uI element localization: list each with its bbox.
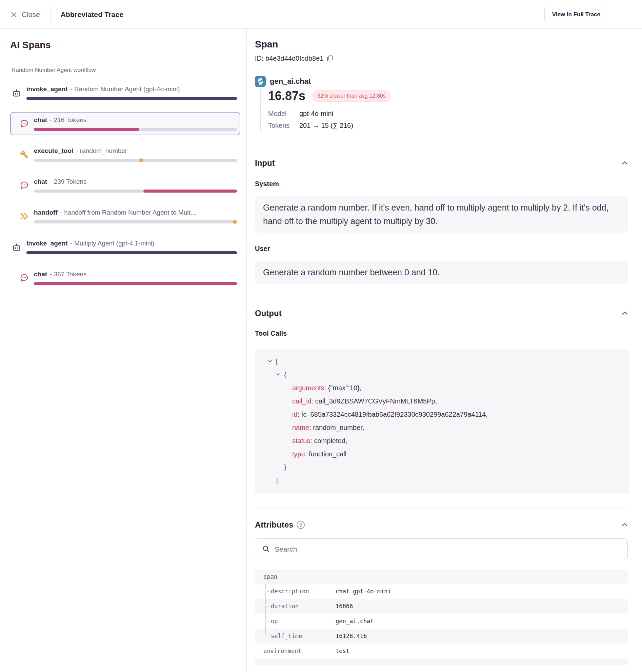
bar-segment (34, 128, 139, 131)
span-list-item[interactable]: chat- 367 Tokens (10, 266, 240, 290)
span-id-row: ID: b4e3d44d0fcdb8e1 (255, 54, 629, 62)
span-list-item[interactable]: handoff- handoff from Random Number Agen… (10, 204, 240, 228)
span-row-title: invoke_agent- Random Number Agent (gpt-4… (26, 86, 237, 93)
bar-segment (34, 282, 237, 285)
bar-dot (233, 220, 236, 224)
attribute-key: duration (271, 603, 299, 610)
attribute-row[interactable]: descriptionchat gpt-4o-mini (255, 584, 628, 599)
span-row-body: execute_tool- random_number (34, 147, 237, 162)
span-list-item[interactable]: chat- 239 Tokens (10, 174, 240, 197)
system-message-box: Generate a random number. If it's even, … (255, 196, 628, 232)
handoff-icon (19, 211, 29, 221)
bar-segment (26, 97, 237, 100)
span-duration-bar (34, 190, 237, 193)
attribute-key: environment (264, 648, 302, 654)
json-key: type (292, 450, 305, 458)
json-value: call_3d9ZBSAW7CGVyFNmMLT6M5Pp, (315, 397, 437, 405)
attribute-row-partial (255, 658, 628, 665)
span-list-item[interactable]: invoke_agent- Multiply Agent (gpt-4.1-mi… (10, 235, 240, 259)
view-in-full-trace-button[interactable]: View in Full Trace (544, 7, 608, 22)
json-line: status: completed, (276, 434, 620, 447)
span-row-title: chat- 239 Tokens (34, 178, 237, 186)
span-list-item[interactable]: invoke_agent- Random Number Agent (gpt-4… (10, 81, 240, 104)
json-bracket: ] (276, 477, 278, 484)
python-icon (255, 76, 266, 87)
attribute-row[interactable]: self_time16128.416 (255, 629, 628, 644)
span-duration-bar (26, 97, 237, 100)
attribute-row[interactable]: environmenttest (255, 644, 628, 658)
span-row-title: chat- 367 Tokens (34, 270, 237, 278)
span-list-item[interactable]: execute_tool- random_number (10, 143, 240, 166)
attributes-section-header: Attributes? (255, 520, 629, 530)
copy-icon[interactable] (326, 55, 333, 62)
json-bracket: [ (276, 358, 278, 365)
badge-avg-link[interactable]: 12.80s (370, 93, 386, 99)
attribute-row[interactable]: duration16866 (255, 599, 628, 614)
model-label: Model (268, 110, 299, 118)
attribute-key: op (271, 618, 278, 624)
help-icon[interactable]: ? (297, 521, 305, 529)
robot-icon (12, 242, 22, 252)
chevron-up-icon[interactable] (620, 159, 629, 167)
attribute-value: 16866 (336, 603, 353, 610)
chevron-up-icon[interactable] (620, 520, 629, 529)
span-list-item[interactable]: chat- 216 Tokens (10, 112, 240, 135)
robot-icon (12, 88, 22, 98)
json-line: } (276, 461, 620, 474)
section-divider (255, 146, 629, 146)
json-value: random_number, (313, 424, 364, 431)
tokens-label: Tokens (268, 122, 299, 129)
duration-row: 16.87s 32% slower than avg12.80s (268, 89, 629, 103)
span-list: invoke_agent- Random Number Agent (gpt-4… (10, 81, 240, 290)
json-colon: : (324, 384, 328, 392)
json-line: name: random_number, (276, 421, 620, 434)
span-op-label: handoff (34, 209, 57, 216)
trace-drawer: Close Abbreviated Trace View in Full Tra… (0, 0, 642, 672)
duration-value: 16.87s (268, 89, 305, 103)
model-row: Model gpt-4o-mini (268, 110, 629, 118)
span-row-body: chat- 367 Tokens (34, 270, 237, 285)
attribute-row[interactable]: opgen_ai.chat (255, 614, 628, 629)
chevron-up-icon[interactable] (620, 309, 629, 318)
json-line: arguments: {"max":10}, (276, 381, 620, 395)
json-key: id (292, 410, 298, 418)
span-detail-label: - 216 Tokens (50, 116, 87, 124)
chat-bubble-icon (19, 273, 29, 283)
json-colon: : (298, 410, 301, 418)
main-layout: AI Spans Random Number Agent workflow in… (0, 29, 642, 672)
json-value: fc_685a73324cc4819fbab6a62f92330c930299a… (301, 410, 488, 418)
close-button[interactable]: Close (10, 11, 40, 18)
output-section-header: Output (255, 308, 629, 318)
span-row-title: execute_tool- random_number (34, 147, 237, 155)
span-op-details: 16.87s 32% slower than avg12.80s Model g… (260, 88, 629, 131)
span-duration-bar (34, 220, 237, 224)
attributes-table: spandescriptionchat gpt-4o-miniduration1… (255, 570, 628, 665)
input-section-header: Input (255, 159, 629, 168)
span-op-label: invoke_agent (26, 240, 67, 247)
chat-bubble-icon (19, 180, 29, 191)
search-input[interactable] (274, 545, 621, 553)
span-row-title: chat- 216 Tokens (34, 116, 237, 124)
attribute-row[interactable]: span (255, 570, 628, 584)
attribute-key: self_time (271, 633, 302, 639)
bar-dot (139, 159, 143, 162)
span-op-label: invoke_agent (26, 86, 67, 92)
span-detail-label: - Random Number Agent (gpt-4o-mini) (70, 86, 180, 92)
chevron-down-icon[interactable] (275, 371, 281, 377)
json-key: name (292, 424, 309, 431)
workflow-label: Random Number Agent workflow (12, 67, 240, 74)
attribute-value: gen_ai.chat (336, 618, 374, 624)
span-op-label: execute_tool (34, 147, 73, 154)
json-key: status (292, 437, 310, 444)
user-message-box: Generate a random number between 0 and 1… (255, 261, 628, 284)
span-op-label: chat (34, 270, 47, 278)
json-line: id: fc_685a73324cc4819fbab6a62f92330c930… (276, 408, 620, 421)
tokens-row: Tokens 201 → 15 (∑ 216) (268, 122, 629, 129)
span-row-title: handoff- handoff from Random Number Agen… (34, 209, 237, 216)
bar-segment (26, 251, 237, 254)
chevron-down-icon[interactable] (267, 358, 273, 364)
json-colon: : (305, 450, 309, 458)
span-row-body: invoke_agent- Random Number Agent (gpt-4… (26, 86, 237, 100)
system-label: System (255, 180, 629, 188)
json-value: {"max":10}, (328, 384, 362, 392)
